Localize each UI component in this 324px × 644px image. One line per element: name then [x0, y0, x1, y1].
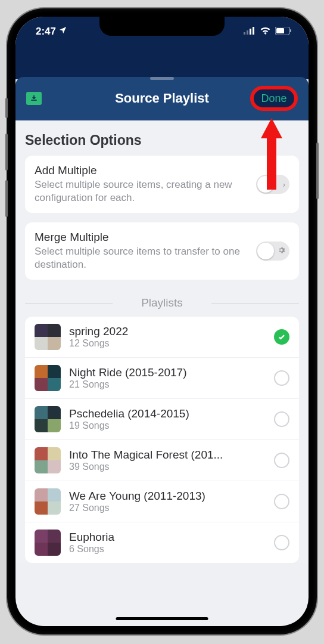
- radio-unchecked[interactable]: [274, 370, 289, 386]
- svg-rect-1: [247, 30, 248, 35]
- radio-unchecked[interactable]: [274, 453, 289, 468]
- annotation-highlight: Done: [250, 86, 298, 111]
- toggle-merge-multiple[interactable]: [256, 242, 289, 261]
- playlist-artwork: [35, 324, 61, 350]
- playlist-count: 21 Songs: [69, 379, 266, 390]
- option-title: Merge Multiple: [35, 231, 250, 244]
- done-button[interactable]: Done: [261, 92, 286, 105]
- playlist-name: Into The Magical Forest (201...: [69, 448, 266, 462]
- playlist-row[interactable]: Night Ride (2015-2017)21 Songs: [25, 358, 299, 399]
- svg-rect-0: [244, 32, 245, 35]
- export-icon[interactable]: [26, 92, 42, 105]
- playlist-artwork: [35, 365, 61, 391]
- playlist-artwork: [35, 488, 61, 515]
- playlist-row[interactable]: Pschedelia (2014-2015)19 Songs: [25, 399, 299, 440]
- status-time: 2:47: [36, 26, 56, 38]
- svg-rect-3: [253, 27, 254, 35]
- battery-icon: [275, 26, 292, 38]
- playlist-name: spring 2022: [69, 325, 266, 338]
- playlist-name: Night Ride (2015-2017): [69, 366, 266, 379]
- playlist-list: spring 202212 SongsNight Ride (2015-2017…: [25, 317, 299, 563]
- radio-unchecked[interactable]: [274, 411, 289, 427]
- playlist-row[interactable]: We Are Young (2011-2013)27 Songs: [25, 481, 299, 522]
- playlist-name: Euphoria: [69, 531, 266, 544]
- wifi-icon: [260, 26, 271, 38]
- page-title: Source Playlist: [115, 91, 209, 106]
- option-desc: Select multiple source items to transfer…: [35, 245, 250, 271]
- playlist-name: Pschedelia (2014-2015): [69, 407, 266, 420]
- playlist-row[interactable]: Into The Magical Forest (201...39 Songs: [25, 440, 299, 481]
- option-add-multiple: Add Multiple Select multiple source item…: [25, 156, 299, 213]
- radio-unchecked[interactable]: [274, 535, 289, 550]
- location-icon: [58, 26, 67, 38]
- annotation-arrow: [258, 118, 285, 192]
- playlist-name: We Are Young (2011-2013): [69, 490, 266, 503]
- svg-rect-5: [276, 28, 284, 33]
- device-notch: [99, 17, 225, 36]
- radio-unchecked[interactable]: [274, 494, 289, 509]
- playlist-count: 6 Songs: [69, 544, 266, 555]
- option-merge-multiple: Merge Multiple Select multiple source it…: [25, 222, 299, 280]
- playlist-artwork: [35, 447, 61, 473]
- playlist-artwork: [35, 406, 61, 432]
- playlists-heading: Playlists: [25, 296, 299, 309]
- section-heading: Selection Options: [25, 132, 299, 148]
- gear-icon: [278, 246, 285, 256]
- svg-rect-2: [250, 29, 251, 35]
- playlist-count: 19 Songs: [69, 420, 266, 431]
- playlist-count: 27 Songs: [69, 503, 266, 513]
- option-title: Add Multiple: [35, 164, 250, 177]
- cell-signal-icon: [244, 26, 256, 38]
- playlist-artwork: [35, 530, 61, 556]
- playlist-row[interactable]: Euphoria6 Songs: [25, 522, 299, 563]
- playlist-count: 12 Songs: [69, 338, 266, 349]
- svg-rect-6: [290, 29, 291, 32]
- top-background: [15, 47, 309, 79]
- home-indicator[interactable]: [116, 617, 208, 620]
- playlist-count: 39 Songs: [69, 462, 266, 472]
- option-desc: Select multiple source items, creating a…: [35, 178, 250, 205]
- checkmark-icon[interactable]: [274, 329, 289, 345]
- playlist-row[interactable]: spring 202212 Songs: [25, 317, 299, 358]
